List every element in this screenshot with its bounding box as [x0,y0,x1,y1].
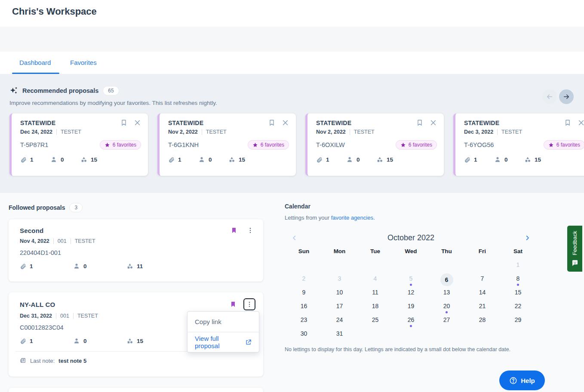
proposal-stats: 1 0 15 [168,156,289,163]
letting-dot [410,284,412,286]
carousel-next-button[interactable] [559,89,574,104]
proposal-card[interactable]: STATEWIDE Nov 2, 2022 TESTET T-6G1KNH 6 [157,113,296,176]
weekday-label: Mon [322,248,357,254]
person-icon [73,263,80,270]
calendar-day-31[interactable]: 31 [322,328,357,342]
calendar-grid: 1234567891011121314151617181920212223242… [286,260,536,342]
calendar-day-6[interactable]: 6 [429,273,464,287]
calendar-day-10[interactable]: 10 [322,287,357,301]
weekday-label: Thu [429,248,464,254]
proposal-title: STATEWIDE [316,119,351,126]
tab-bar: Dashboard Favorites [0,52,584,74]
calendar-day-28[interactable]: 28 [464,315,500,328]
calendar-day-9[interactable]: 9 [286,287,322,301]
favorites-badge: 6 favorites [396,140,437,150]
star-icon [252,142,258,148]
bookmark-icon[interactable] [564,119,571,126]
close-icon[interactable] [578,119,584,126]
calendar-day-30[interactable]: 30 [286,328,322,342]
letting-dot [517,284,519,286]
kebab-menu-button[interactable] [245,225,255,236]
proposal-card[interactable]: STATEWIDE Dec 3, 2022 TESTET T-6YOG56 6 [453,113,584,176]
close-icon[interactable] [282,119,289,126]
shapes-stat: 15 [80,156,111,163]
calendar-day-19[interactable]: 19 [393,301,429,315]
sparkle-icon [9,86,18,95]
calendar-day-12[interactable]: 12 [393,287,429,301]
calendar-day-4[interactable]: 4 [357,273,393,287]
calendar-weekday-header: Sun Mon Tue Wed Thu Fri Sat [286,248,536,254]
calendar-day-7[interactable]: 7 [464,273,500,287]
proposal-card[interactable]: STATEWIDE Nov 2, 2022 TESTET T-6OXILW 6 [305,113,444,176]
calendar-day-5[interactable]: 5 [393,273,429,287]
followed-card[interactable]: Second Nov 4, 2022 001 TESTET 220404D1-0… [9,219,263,282]
proposal-title: STATEWIDE [168,119,203,126]
shapes-stat: 15 [228,156,258,163]
bookmark-filled-icon[interactable] [231,227,237,234]
calendar-day-29[interactable]: 29 [500,315,536,328]
calendar-day-20[interactable]: 20 [429,301,464,315]
tab-favorites[interactable]: Favorites [70,52,97,74]
close-icon[interactable] [430,119,437,126]
proposal-title: STATEWIDE [464,119,499,126]
divider [71,238,71,244]
calendar-day-26[interactable]: 26 [393,315,429,328]
menu-item-view-full-proposal[interactable]: View full proposal [187,332,259,352]
calendar-day-16[interactable]: 16 [286,301,322,315]
recommended-cards-row: STATEWIDE Dec 24, 2022 TESTET T-5P87R1 [9,113,584,176]
star-icon [548,142,554,148]
calendar-day-18[interactable]: 18 [357,301,393,315]
proposal-title: NY-ALL CO [20,301,55,308]
people-stat: 0 [73,263,126,270]
paperclip-icon [20,156,27,163]
calendar-day-22[interactable]: 22 [500,301,536,315]
shapes-stat: 15 [524,156,554,163]
calendar-day-3[interactable]: 3 [322,273,357,287]
next-month-button[interactable] [524,235,531,243]
calendar-day-24[interactable]: 24 [322,315,357,328]
people-stat: 0 [198,156,228,163]
proposal-stats: 1 0 11 [20,263,255,270]
calendar-day-25[interactable]: 25 [357,315,393,328]
person-icon [346,156,353,163]
calendar-day-8[interactable]: 8 [500,273,536,287]
help-button[interactable]: Help [499,371,545,390]
bookmark-icon[interactable] [120,119,127,126]
calendar-day-11[interactable]: 11 [357,287,393,301]
workspace-page: Chris's Workspace Dashboard Favorites Re… [0,0,584,392]
bookmark-icon[interactable] [416,119,423,126]
bookmark-filled-icon[interactable] [230,300,237,308]
calendar-day-1[interactable]: 1 [500,260,536,273]
divider [56,313,56,319]
calendar-day-17[interactable]: 17 [322,301,357,315]
menu-item-copy-link[interactable]: Copy link [187,312,259,332]
proposal-date: Dec 3, 2022 [464,129,493,135]
kebab-menu-button[interactable] [243,298,255,310]
calendar-day-27[interactable]: 27 [429,315,464,328]
divider [202,129,202,135]
calendar-day-21[interactable]: 21 [464,301,500,315]
people-stat: 0 [73,337,126,344]
carousel-prev-button[interactable] [542,89,557,104]
calendar-day-23[interactable]: 23 [286,315,322,328]
shapes-icon [524,156,531,163]
feedback-tab[interactable]: Feedback [567,226,582,272]
tab-dashboard[interactable]: Dashboard [19,52,51,74]
feedback-label: Feedback [572,231,578,255]
calendar-day-13[interactable]: 13 [429,287,464,301]
prev-month-button[interactable] [291,235,298,243]
bookmark-icon[interactable] [268,119,275,126]
last-note-row: Last note: test note 5 [20,358,255,364]
favorites-badge: 6 favorites [544,140,584,150]
close-icon[interactable] [134,119,141,126]
calendar-day-2[interactable]: 2 [286,273,322,287]
followed-card[interactable] [9,388,263,392]
calendar-day-15[interactable]: 15 [500,287,536,301]
proposal-card[interactable]: STATEWIDE Dec 24, 2022 TESTET T-5P87R1 [9,113,148,176]
proposal-stats: 1 0 15 [20,156,141,163]
proposal-id: C00012823C04 [20,324,64,331]
calendar-day-14[interactable]: 14 [464,287,500,301]
shapes-icon [376,156,383,163]
shapes-stat: 15 [126,337,180,344]
favorite-agencies-link[interactable]: favorite agencies. [331,214,375,221]
